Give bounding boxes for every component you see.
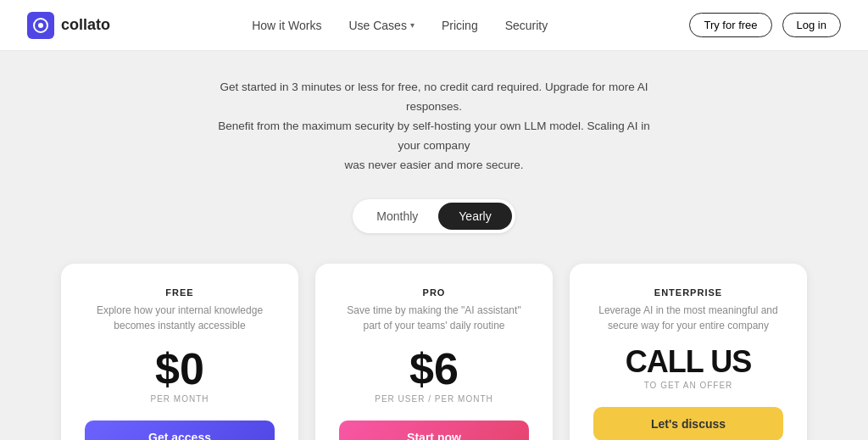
free-plan-card: FREE Explore how your internal knowledge… <box>61 264 298 440</box>
enterprise-plan-cta[interactable]: Let's discuss <box>593 407 783 440</box>
pro-plan-cta[interactable]: Start now <box>339 421 529 440</box>
brand-name: collato <box>61 16 110 34</box>
free-plan-tier: FREE <box>165 287 193 298</box>
enterprise-plan-period: TO GET AN OFFER <box>644 381 733 390</box>
pro-plan-card: PRO Save time by making the "AI assistan… <box>315 264 553 440</box>
enterprise-plan-tier: ENTERPRISE <box>654 287 722 298</box>
monthly-toggle[interactable]: Monthly <box>356 203 438 230</box>
free-plan-period: PER MONTH <box>151 394 209 404</box>
try-for-free-button[interactable]: Try for free <box>689 13 771 37</box>
pricing-cards: FREE Explore how your internal knowledge… <box>44 264 824 440</box>
navbar: collato How it Works Use Cases ▾ Pricing… <box>0 0 868 51</box>
pro-plan-period: PER USER / PER MONTH <box>375 394 492 404</box>
chevron-down-icon: ▾ <box>410 20 415 30</box>
yearly-toggle[interactable]: Yearly <box>438 203 511 230</box>
enterprise-plan-card: ENTERPRISE Leverage AI in the most meani… <box>570 264 807 440</box>
nav-actions: Try for free Log in <box>689 13 841 37</box>
login-button[interactable]: Log in <box>782 13 841 37</box>
brand-logo[interactable]: collato <box>27 12 110 39</box>
pro-plan-tier: PRO <box>423 287 446 298</box>
nav-item-security[interactable]: Security <box>505 18 548 33</box>
logo-icon <box>27 12 54 39</box>
free-plan-desc: Explore how your internal knowledge beco… <box>85 303 275 333</box>
free-plan-cta[interactable]: Get access <box>85 421 275 440</box>
nav-links: How it Works Use Cases ▾ Pricing Securit… <box>252 18 548 33</box>
free-plan-price: $0 <box>155 347 204 391</box>
enterprise-plan-desc: Leverage AI in the most meaningful and s… <box>593 303 783 333</box>
page-subtitle: Get started in 3 minutes or less for fre… <box>214 78 654 175</box>
main-content: Get started in 3 minutes or less for fre… <box>0 51 868 440</box>
billing-toggle: Monthly Yearly <box>353 199 515 233</box>
nav-item-pricing[interactable]: Pricing <box>442 18 478 33</box>
pro-plan-desc: Save time by making the "AI assistant" p… <box>339 303 529 333</box>
pro-plan-price: $6 <box>409 347 459 391</box>
nav-item-use-cases[interactable]: Use Cases ▾ <box>348 19 414 32</box>
enterprise-plan-price: CALL US <box>626 347 751 377</box>
nav-item-how-it-works[interactable]: How it Works <box>252 18 321 33</box>
svg-point-1 <box>38 23 43 28</box>
